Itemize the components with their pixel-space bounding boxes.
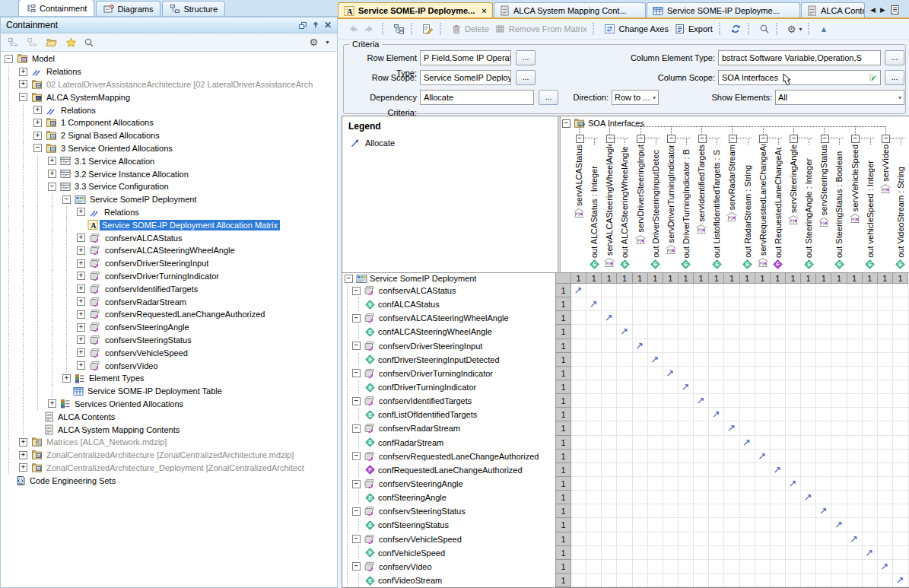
- tree-item[interactable]: −Service SomeIP Deployment: [2, 193, 336, 206]
- tree-expander[interactable]: +: [19, 80, 27, 88]
- tree-expander[interactable]: −: [33, 144, 42, 152]
- row-element-type-browse-button[interactable]: ...: [516, 50, 536, 65]
- matrix-row[interactable]: EconfDriverSteeringInputDetected: [342, 353, 555, 367]
- column-header[interactable]: servALCASteeringWheelAngle: [602, 145, 617, 271]
- row-expander[interactable]: −: [352, 287, 361, 295]
- collapse-criteria-button[interactable]: ▲: [816, 23, 831, 35]
- column-expander[interactable]: −: [790, 135, 798, 143]
- column-expander[interactable]: −: [759, 135, 768, 143]
- column-expander[interactable]: −: [882, 135, 890, 143]
- column-expander[interactable]: −: [667, 135, 675, 143]
- tree-expander[interactable]: +: [33, 132, 42, 140]
- column-header[interactable]: servVideo: [878, 145, 893, 271]
- allocation-arrow[interactable]: ↗: [681, 382, 689, 392]
- matrix-row[interactable]: −confservSteeringStatus: [342, 504, 555, 518]
- tree-item[interactable]: +ZonalCentralizedArchitecture [ZonalCent…: [2, 449, 336, 462]
- caret-down-icon[interactable]: ▼: [325, 40, 330, 45]
- row-root[interactable]: −Service SomeIP Deployment: [342, 273, 555, 284]
- row-root-expander[interactable]: −: [345, 275, 353, 283]
- matrix-row[interactable]: −confservRadarStream: [342, 421, 555, 435]
- column-header[interactable]: out RadarStream : StringE: [740, 145, 755, 271]
- tree-expander[interactable]: +: [77, 246, 85, 255]
- tree-expander[interactable]: +: [77, 208, 85, 216]
- allocation-arrow[interactable]: ↗: [895, 575, 904, 585]
- matrix-row[interactable]: −confservDriverSteeringInput: [342, 339, 555, 353]
- allocation-arrow[interactable]: ↗: [758, 451, 766, 461]
- tree-item[interactable]: ALCA System Mapping Contents: [2, 423, 336, 436]
- row-scope-field[interactable]: Service SomeIP Deployment{}: [420, 70, 511, 85]
- document-tab[interactable]: Service SOME-IP Deployme...: [647, 2, 800, 18]
- tree-item[interactable]: +confservVehicleSpeed: [2, 346, 336, 359]
- show-elements-select[interactable]: All▾: [775, 90, 904, 105]
- tree-expander[interactable]: +: [77, 272, 85, 280]
- tree-item[interactable]: +confservSteeringAngle: [2, 321, 336, 334]
- tree-item[interactable]: +02 LateralDriverAssistanceArchitecture …: [2, 78, 336, 91]
- tree-item[interactable]: +confservRadarStream: [2, 295, 336, 308]
- column-expander[interactable]: −: [729, 135, 737, 143]
- column-header[interactable]: servIdentifiedTargets: [694, 145, 709, 271]
- allocation-arrow[interactable]: ↗: [880, 561, 888, 571]
- column-header[interactable]: out ListofIdentifiedTargets : SE: [709, 145, 724, 271]
- column-header[interactable]: out DriverTurningIndicator : BE: [679, 145, 694, 271]
- tree-expander[interactable]: +: [19, 451, 27, 459]
- column-header[interactable]: out SteeringAngle : IntegerE: [801, 145, 816, 271]
- row-expander[interactable]: −: [352, 562, 361, 571]
- column-scope-field[interactable]: SOA Interfaces{}✓: [718, 70, 881, 85]
- allocation-arrow[interactable]: ↗: [788, 478, 796, 488]
- document-tab[interactable]: ALCA Conte: [801, 2, 865, 18]
- close-tab-icon[interactable]: ×: [482, 6, 486, 15]
- gear-icon[interactable]: ⚙: [309, 37, 318, 48]
- column-header[interactable]: out vehicleSpeed : IntegerE: [863, 145, 878, 271]
- allocation-arrow[interactable]: ↗: [773, 465, 781, 475]
- tree-expander[interactable]: +: [19, 68, 27, 76]
- row-expander[interactable]: −: [352, 424, 361, 433]
- tree-item[interactable]: +confservDriverSteeringInput: [2, 257, 336, 270]
- allocation-arrow[interactable]: ↗: [666, 368, 674, 378]
- row-expander[interactable]: −: [352, 535, 361, 543]
- search-button[interactable]: [756, 22, 773, 36]
- tree-item[interactable]: +Relations: [2, 103, 336, 116]
- column-expander[interactable]: −: [606, 135, 615, 143]
- tree-item[interactable]: +confservSteeringStatus: [2, 334, 336, 347]
- matrix-cells[interactable]: ↗↗↗↗↗↗↗↗↗↗↗↗↗↗↗↗↗↗↗↗↗↗: [571, 284, 909, 587]
- tree-expander[interactable]: +: [19, 463, 27, 472]
- row-expander[interactable]: −: [352, 342, 361, 350]
- tree-item[interactable]: +Services Oriented Allocations: [2, 398, 336, 411]
- gear-button[interactable]: ⚙▾: [784, 22, 806, 37]
- favorites-star-icon[interactable]: [65, 37, 77, 48]
- matrix-row[interactable]: EconfVehicleSpeed: [342, 546, 555, 560]
- dependency-criteria-browse-button[interactable]: ...: [539, 90, 558, 105]
- tree-item[interactable]: +3.1 Service Allocation: [2, 154, 336, 167]
- matrix-row[interactable]: EconfALCAStatus: [342, 297, 555, 311]
- row-element-type-field[interactable]: P Field,Some IP Operation,Some IP S: [420, 50, 511, 65]
- allocation-arrow[interactable]: ↗: [804, 492, 812, 502]
- close-icon[interactable]: ✕: [324, 20, 332, 30]
- tree-item[interactable]: +confservALCAStatus: [2, 231, 336, 244]
- tree-item[interactable]: +2 Signal Based Allocations: [2, 129, 336, 142]
- change-axes-button[interactable]: Change Axes: [601, 22, 671, 36]
- column-header[interactable]: servDriverSteeringInput: [633, 145, 648, 271]
- allocation-arrow[interactable]: ↗: [819, 506, 828, 516]
- matrix-row[interactable]: −confservSteeringAngle: [342, 477, 555, 491]
- filter-tree-icon[interactable]: [8, 37, 20, 48]
- tree-expander[interactable]: +: [77, 297, 85, 306]
- row-expander[interactable]: −: [352, 369, 361, 377]
- tree-expander[interactable]: +: [77, 310, 85, 319]
- dependency-criteria-field[interactable]: Allocate: [420, 90, 534, 105]
- allocation-arrow[interactable]: ↗: [834, 520, 843, 529]
- tree-expander[interactable]: +: [77, 361, 85, 370]
- column-element-type-browse-button[interactable]: ...: [885, 50, 904, 65]
- allocation-arrow[interactable]: ↗: [850, 534, 858, 544]
- matrix-row[interactable]: −confservVideo: [342, 560, 555, 574]
- tree-expander[interactable]: +: [77, 234, 85, 242]
- tree-item[interactable]: +confservVideo: [2, 359, 336, 372]
- tabs-next-icon[interactable]: ▶: [880, 6, 885, 14]
- tree-expander[interactable]: +: [77, 259, 85, 268]
- tree-expander[interactable]: −: [48, 183, 56, 191]
- tree-item[interactable]: AService SOME-IP Deployment Allocation M…: [2, 218, 336, 231]
- tree-item[interactable]: +Relations: [2, 206, 336, 219]
- tree-item[interactable]: +Matrices [ALCA_Network.mdzip]: [2, 436, 336, 449]
- matrix-row[interactable]: −confservIdentifiedTargets: [342, 394, 555, 408]
- direction-select[interactable]: Row to ...▾: [612, 90, 659, 105]
- allocation-arrow[interactable]: ↗: [574, 285, 583, 295]
